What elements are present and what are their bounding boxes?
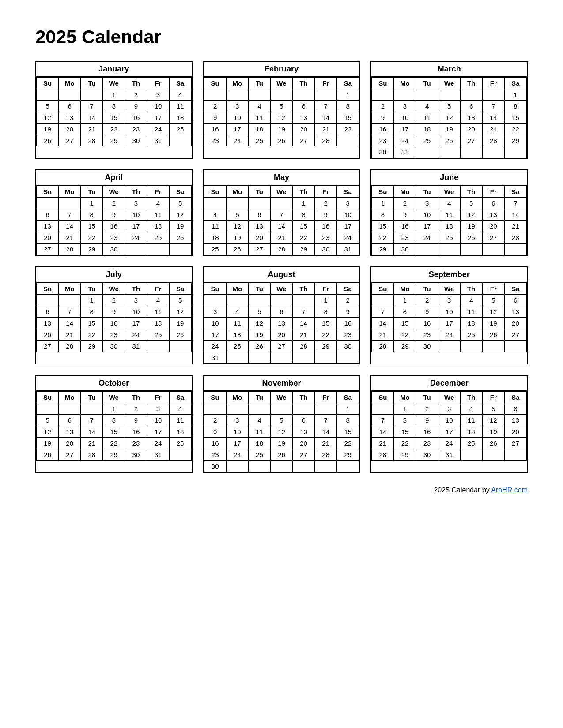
footer-link[interactable]: AraHR.com [491,486,528,494]
day-cell: 23 [125,124,147,135]
day-cell [337,461,359,472]
day-cell: 29 [81,244,103,255]
day-header-su: Su [37,78,59,89]
week-row: 282930 [372,341,527,352]
day-cell: 8 [103,101,125,112]
day-header-tu: Tu [248,283,270,295]
day-cell: 25 [169,438,191,449]
day-cell [270,295,292,306]
day-cell: 14 [372,426,394,438]
day-cell: 8 [337,101,359,112]
day-cell [59,403,81,415]
month-title-september: September [371,267,527,283]
day-cell: 16 [372,124,394,135]
day-cell [293,295,315,306]
day-cell: 6 [37,306,59,318]
day-cell: 21 [81,124,103,135]
day-cell: 12 [169,306,191,318]
day-cell [504,341,526,352]
day-cell [169,341,191,352]
day-cell: 26 [37,135,59,146]
day-cell: 11 [169,101,191,112]
day-cell: 18 [147,318,169,329]
day-cell: 19 [270,438,292,449]
day-cell: 7 [81,415,103,426]
day-cell: 6 [293,101,315,112]
day-cell: 20 [504,426,526,438]
day-cell: 10 [438,415,460,426]
month-title-march: March [371,62,527,77]
day-cell: 23 [103,232,125,244]
month-october: OctoberSuMoTuWeThFrSa1234567891011121314… [35,375,193,473]
day-cell: 5 [482,295,504,306]
day-cell: 6 [460,101,482,112]
day-header-sa: Sa [169,392,191,403]
day-cell: 24 [438,438,460,449]
day-cell: 11 [169,415,191,426]
day-cell: 26 [438,135,460,146]
day-cell: 25 [460,438,482,449]
day-cell: 6 [59,101,81,112]
day-cell: 30 [103,341,125,352]
month-february: FebruarySuMoTuWeThFrSa123456789101112131… [203,61,360,159]
day-cell: 13 [504,415,526,426]
day-cell: 30 [315,244,337,255]
day-cell: 22 [293,232,315,244]
day-cell: 2 [103,198,125,209]
day-cell: 6 [504,295,526,306]
month-november: NovemberSuMoTuWeThFrSa123456789101112131… [203,375,360,473]
day-header-tu: Tu [416,283,438,295]
day-cell [37,295,59,306]
day-cell: 18 [147,221,169,232]
day-cell: 31 [394,146,416,158]
day-cell: 7 [315,415,337,426]
day-cell: 21 [315,124,337,135]
day-header-we: We [438,283,460,295]
day-cell: 27 [293,449,315,461]
day-cell [81,403,103,415]
day-cell: 17 [438,426,460,438]
day-header-mo: Mo [226,283,248,295]
day-cell: 3 [125,198,147,209]
day-cell: 7 [59,209,81,221]
day-cell: 27 [59,449,81,461]
day-cell [59,89,81,101]
day-cell: 24 [147,124,169,135]
day-cell: 23 [204,449,226,461]
day-cell: 24 [337,232,359,244]
day-cell: 31 [337,244,359,255]
day-cell [372,295,394,306]
day-cell: 30 [337,341,359,352]
day-cell [270,198,292,209]
day-cell [81,89,103,101]
day-cell: 7 [293,306,315,318]
day-cell: 4 [169,89,191,101]
week-row: 17181920212223 [204,329,359,341]
day-cell: 8 [103,415,125,426]
day-cell: 5 [460,198,482,209]
day-cell: 6 [248,209,270,221]
day-cell: 13 [293,426,315,438]
month-july: JulySuMoTuWeThFrSa1234567891011121314151… [35,266,193,364]
day-cell [416,244,438,255]
day-cell: 28 [504,232,526,244]
day-cell: 18 [204,232,226,244]
day-cell: 29 [504,135,526,146]
week-row: 2345678 [372,101,527,112]
day-cell [394,89,416,101]
day-cell: 15 [81,221,103,232]
day-header-tu: Tu [81,283,103,295]
day-cell: 21 [293,329,315,341]
day-cell: 23 [394,232,416,244]
day-cell [482,341,504,352]
day-cell: 18 [460,426,482,438]
day-cell: 20 [59,124,81,135]
day-cell: 29 [293,244,315,255]
day-cell [59,295,81,306]
day-cell: 19 [169,318,191,329]
day-cell: 20 [482,221,504,232]
day-header-th: Th [125,392,147,403]
week-row: 567891011 [37,415,192,426]
day-cell [169,244,191,255]
week-row: 78910111213 [372,415,527,426]
